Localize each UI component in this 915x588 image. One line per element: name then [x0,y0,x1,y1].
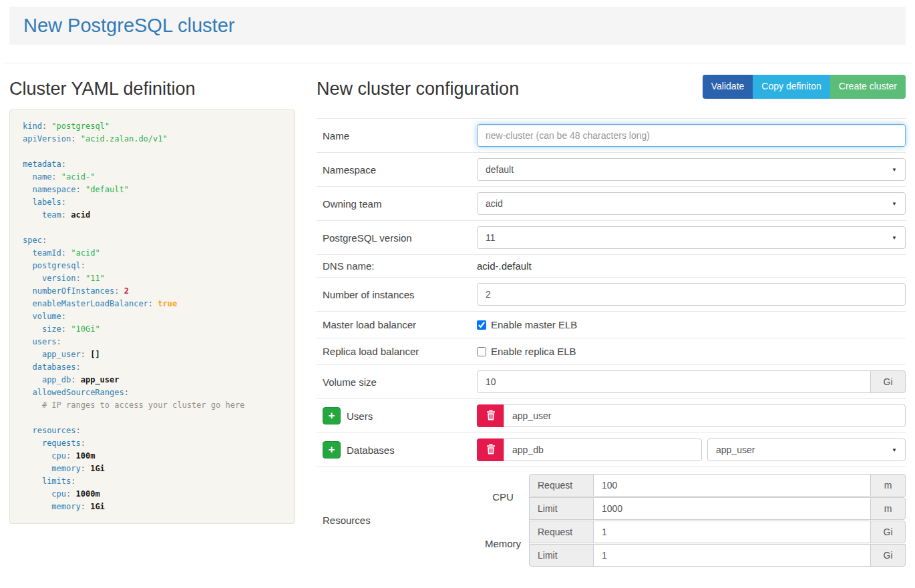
name-input[interactable] [477,124,906,147]
cluster-form: Name Namespace default ▼ Owning team [317,118,906,573]
master-lb-label: Master load balancer [317,319,477,330]
config-heading: New cluster configuration [317,79,519,99]
volume-size-input[interactable] [477,370,871,393]
master-elb-checkbox-label: Enable master ELB [491,319,577,330]
config-column: New cluster configuration Validate Copy … [317,63,906,573]
pg-version-select[interactable]: 11 ▼ [477,226,906,249]
owning-team-select-value: acid [486,198,503,209]
pg-version-label: PostgreSQL version [317,232,477,244]
delete-database-button[interactable] [477,438,504,461]
volume-unit-addon: Gi [870,370,906,393]
main-content: Cluster YAML definition kind: "postgresq… [0,63,915,573]
chevron-down-icon: ▼ [892,167,897,173]
dns-name-row: DNS name: acid-.default [317,255,906,278]
plus-icon: + [329,410,335,421]
chevron-down-icon: ▼ [892,447,897,453]
cpu-request-unit: m [870,474,906,497]
name-label: Name [317,130,477,141]
config-header: New cluster configuration Validate Copy … [317,63,906,109]
user-name-input[interactable] [504,404,906,427]
owning-team-select[interactable]: acid ▼ [477,192,906,215]
cpu-request-input[interactable] [593,474,871,497]
pg-version-row: PostgreSQL version 11 ▼ [317,221,906,255]
create-cluster-button[interactable]: Create cluster [830,75,906,99]
master-elb-checkbox[interactable] [477,320,486,330]
namespace-select-value: default [486,164,514,175]
replica-lb-row: Replica load balancer Enable replica ELB [317,338,906,365]
trash-icon [486,410,496,422]
cpu-limit-unit: m [870,497,906,520]
database-owner-select[interactable]: app_user ▼ [707,438,906,461]
cpu-limit-input[interactable] [593,497,871,520]
memory-limit-addon: Limit [529,544,594,567]
yaml-column: Cluster YAML definition kind: "postgresq… [9,63,295,524]
volume-size-row: Volume size Gi [317,365,906,399]
page-title: New PostgreSQL cluster [23,15,892,37]
owning-team-row: Owning team acid ▼ [317,187,906,221]
memory-limit-input[interactable] [593,544,871,567]
users-row: + Users [317,399,906,433]
users-label: Users [347,410,373,422]
toolbar-button-group: Validate Copy definiton Create cluster [703,75,906,99]
databases-row: + Databases [317,433,906,467]
trash-icon [486,444,496,457]
instances-row: Number of instances [317,278,906,312]
yaml-code: kind: "postgresql"apiVersion: "acid.zala… [9,109,295,524]
cpu-limit-group: Limit m [529,497,906,520]
dns-name-label: DNS name: [317,260,477,272]
cpu-request-addon: Request [529,474,594,497]
memory-label: Memory [477,521,529,567]
database-name-input[interactable] [504,438,702,461]
replica-elb-checkbox-label: Enable replica ELB [491,346,576,357]
memory-request-addon: Request [529,521,594,543]
copy-definition-button[interactable]: Copy definiton [753,75,830,99]
replica-lb-label: Replica load balancer [317,346,477,357]
cpu-limit-addon: Limit [529,497,594,520]
volume-size-label: Volume size [317,376,477,388]
cpu-request-group: Request m [529,474,906,497]
chevron-down-icon: ▼ [892,201,897,207]
page-header-bar: New PostgreSQL cluster [9,7,906,45]
yaml-heading: Cluster YAML definition [9,79,295,99]
name-row: Name [317,119,906,153]
resources-row: Resources CPU Memory Request m Limit [317,467,906,573]
cpu-label: CPU [477,474,529,521]
resources-label: Resources [317,515,477,526]
validate-button[interactable]: Validate [703,75,753,99]
instances-label: Number of instances [317,289,477,300]
database-owner-select-value: app_user [716,445,755,455]
pg-version-select-value: 11 [486,232,496,243]
instances-input[interactable] [477,283,906,306]
dns-name-value: acid-.default [477,260,532,272]
memory-request-unit: Gi [870,521,906,543]
add-database-button[interactable]: + [323,441,341,459]
namespace-row: Namespace default ▼ [317,153,906,187]
memory-limit-unit: Gi [870,544,906,567]
chevron-down-icon: ▼ [892,235,897,241]
memory-limit-group: Limit Gi [529,544,906,567]
replica-elb-checkbox[interactable] [477,347,486,356]
memory-request-input[interactable] [593,521,871,543]
namespace-label: Namespace [317,164,477,176]
databases-label: Databases [347,445,395,456]
master-lb-row: Master load balancer Enable master ELB [317,312,906,338]
delete-user-button[interactable] [477,404,504,427]
namespace-select[interactable]: default ▼ [477,158,906,181]
add-user-button[interactable]: + [323,407,341,424]
memory-request-group: Request Gi [529,521,906,543]
owning-team-label: Owning team [317,198,477,210]
plus-icon: + [329,444,335,455]
resource-group-labels: CPU Memory [477,474,529,567]
